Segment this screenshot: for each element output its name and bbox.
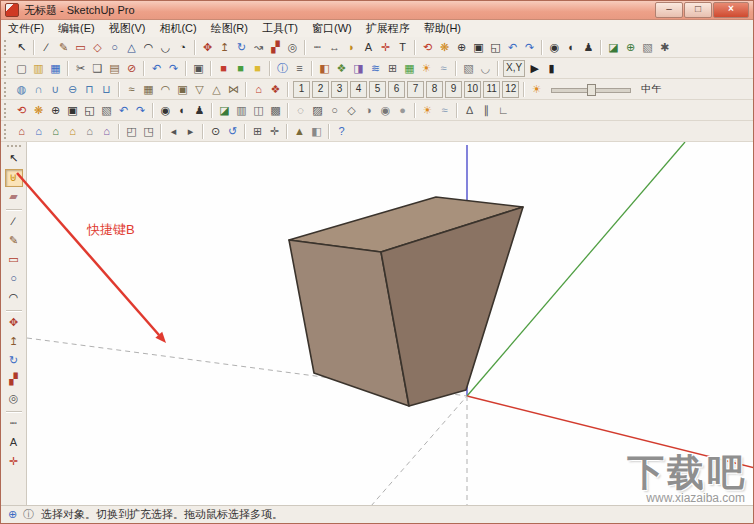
refresh-view-button[interactable]: ↺ [224,123,241,140]
rotate-tool[interactable]: ↻ [233,39,250,56]
materials-panel-button[interactable]: ◧ [316,60,333,77]
redo-button[interactable]: ↷ [165,60,182,77]
stamp-tool[interactable]: ▣ [174,81,191,98]
push-pull-tool[interactable]: ↥ [216,39,233,56]
drawing-canvas[interactable]: 下载吧 www.xiazaiba.com [27,142,753,505]
undo-button[interactable]: ↶ [148,60,165,77]
terrain-toggle-button[interactable]: ▲ [291,123,308,140]
move-tool[interactable]: ✥ [5,314,23,332]
position-camera-tool[interactable]: ◉ [157,102,174,119]
back-view-button[interactable]: ⌂ [81,123,98,140]
zoom-selection-button[interactable]: ⊙ [207,123,224,140]
pan-tool[interactable]: ❋ [30,102,47,119]
hide-rest-of-model-button[interactable]: ◰ [123,123,140,140]
freehand-tool[interactable]: ✎ [5,232,23,250]
dimension-tool[interactable]: ↔ [326,39,343,56]
menu-draw[interactable]: 绘图(R) [204,20,255,37]
scene-tab-6[interactable]: 6 [388,81,405,98]
toolbar-grip[interactable] [4,40,9,55]
orbit-tool[interactable]: ⟲ [419,39,436,56]
material-yellow-swatch[interactable]: ■ [249,60,266,77]
building-maker-button[interactable]: ◧ [308,123,325,140]
two-point-arc-tool[interactable]: ◡ [157,39,174,56]
wireframe-style-button[interactable]: ○ [326,102,343,119]
pie-tool[interactable]: ◔ [174,39,191,56]
text-tool[interactable]: A [360,39,377,56]
trim-tool[interactable]: ⊓ [81,81,98,98]
select-tool[interactable]: ↖ [5,150,23,168]
cube-model[interactable] [289,197,523,406]
soften-edges-button[interactable]: ◡ [477,60,494,77]
cut-button[interactable]: ✂ [72,60,89,77]
arc-tool[interactable]: ◠ [140,39,157,56]
offset-tool[interactable]: ◎ [5,390,23,408]
outliner-panel-button[interactable]: ⊞ [384,60,401,77]
extension-warehouse-button[interactable]: ❖ [267,81,284,98]
close-button[interactable]: × [713,2,749,18]
titlebar[interactable]: 无标题 - SketchUp Pro – □ × [1,1,753,20]
play-animation-button[interactable]: ▶ [526,60,543,77]
subtract-tool[interactable]: ⊖ [64,81,81,98]
previous-view-button[interactable]: ↶ [504,39,521,56]
from-scratch-tool[interactable]: ▦ [140,81,157,98]
help-button[interactable]: ? [333,123,350,140]
zoom-tool[interactable]: ⊕ [453,39,470,56]
rectangle-tool[interactable]: ▭ [72,39,89,56]
drape-tool[interactable]: ▽ [191,81,208,98]
axes-tool[interactable]: ✛ [5,453,23,471]
move-tool[interactable]: ✥ [199,39,216,56]
entity-info-button[interactable]: ≡ [291,60,308,77]
perspective-button[interactable]: ∆ [461,102,478,119]
scale-tool[interactable]: ▞ [267,39,284,56]
polygon-tool[interactable]: △ [123,39,140,56]
follow-me-tool[interactable]: ↝ [250,39,267,56]
shaded-style-button[interactable]: ◑ [360,102,377,119]
zoom-window-tool[interactable]: ▣ [64,102,81,119]
menu-camera[interactable]: 相机(C) [152,20,203,37]
iso-view-button[interactable]: ⌂ [13,123,30,140]
look-around-tool[interactable]: ◐ [563,39,580,56]
offset-tool[interactable]: ◎ [284,39,301,56]
right-view-button[interactable]: ⌂ [64,123,81,140]
position-camera-tool[interactable]: ◉ [546,39,563,56]
minimize-button[interactable]: – [655,2,683,18]
view-earlier-button[interactable]: ◂ [165,123,182,140]
maximize-button[interactable]: □ [684,2,712,18]
pan-tool[interactable]: ❋ [436,39,453,56]
scene-tab-8[interactable]: 8 [426,81,443,98]
tape-measure-tool[interactable]: ┉ [5,415,23,433]
left-view-button[interactable]: ⌂ [98,123,115,140]
scene-tab-4[interactable]: 4 [350,81,367,98]
two-point-perspective-button[interactable]: ∟ [495,102,512,119]
section-plane-tool[interactable]: ◪ [605,39,622,56]
previous-view-button[interactable]: ↶ [115,102,132,119]
save-button[interactable]: ▦ [47,60,64,77]
new-button[interactable]: ▢ [13,60,30,77]
add-location-button[interactable]: ⊕ [622,39,639,56]
scale-tool[interactable]: ▞ [5,371,23,389]
pause-animation-button[interactable]: ▮ [543,60,560,77]
menu-help[interactable]: 帮助(H) [417,20,468,37]
next-view-button[interactable]: ↷ [521,39,538,56]
flip-edge-tool[interactable]: ⋈ [225,81,242,98]
outer-shell-tool[interactable]: ◍ [13,81,30,98]
geolocation-icon[interactable]: ⊕ [5,507,20,522]
credits-icon[interactable]: ⓘ [21,507,36,522]
split-tool[interactable]: ⊔ [98,81,115,98]
hide-similar-components-button[interactable]: ◳ [140,123,157,140]
scene-tab-1[interactable]: 1 [293,81,310,98]
scene-tab-2[interactable]: 2 [312,81,329,98]
scene-tab-9[interactable]: 9 [445,81,462,98]
fog-panel-button[interactable]: ≈ [435,60,452,77]
orbit-tool[interactable]: ⟲ [13,102,30,119]
grid-toggle-button[interactable]: ⊞ [249,123,266,140]
toolbar-grip[interactable] [4,103,9,118]
shadow-time-slider[interactable] [551,84,631,94]
3d-text-tool[interactable]: T [394,39,411,56]
zoom-extents-tool[interactable]: ◱ [81,102,98,119]
tape-measure-tool[interactable]: ┉ [309,39,326,56]
arc-tool[interactable]: ◠ [5,289,23,307]
layers-panel-button[interactable]: ≋ [367,60,384,77]
zoom-window-tool[interactable]: ▣ [470,39,487,56]
xray-style-button[interactable]: ◌ [292,102,309,119]
